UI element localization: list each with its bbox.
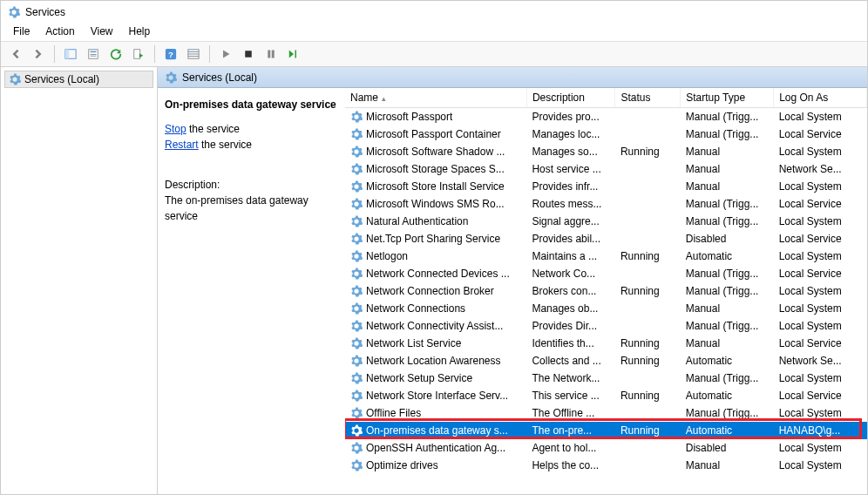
service-row[interactable]: Network Connected Devices ...Network Co.… — [345, 265, 867, 282]
service-row[interactable]: Natural AuthenticationSignal aggre...Man… — [345, 213, 867, 230]
toolbar: ? — [1, 41, 867, 67]
gear-icon — [350, 424, 363, 437]
service-row[interactable]: Network ConnectionsManages ob...ManualLo… — [345, 300, 867, 317]
col-description[interactable]: Description — [526, 88, 615, 108]
show-hide-tree-button[interactable] — [61, 44, 80, 64]
svg-rect-16 — [295, 51, 297, 58]
service-row[interactable]: Optimize drivesHelps the co...ManualLoca… — [345, 457, 867, 474]
restart-service-button[interactable] — [284, 44, 303, 64]
svg-text:?: ? — [168, 50, 173, 59]
arrow-right-icon — [32, 48, 44, 60]
menu-file[interactable]: File — [6, 24, 37, 41]
col-logon[interactable]: Log On As — [774, 88, 867, 108]
service-name: On-premises data gateway s... — [366, 424, 508, 437]
service-row[interactable]: Network List ServiceIdentifies th...Runn… — [345, 335, 867, 352]
gear-icon — [350, 233, 363, 245]
menu-help[interactable]: Help — [122, 24, 158, 41]
service-startup: Manual (Trigg... — [681, 108, 774, 125]
service-desc: Brokers con... — [526, 282, 615, 300]
gear-icon — [350, 285, 363, 297]
service-status — [615, 178, 681, 195]
col-name[interactable]: Name▴ — [345, 88, 526, 108]
stop-service-button[interactable] — [239, 44, 258, 64]
tree-item-services-local[interactable]: Services (Local) — [4, 71, 153, 88]
service-desc: Collects and ... — [526, 352, 615, 370]
service-row[interactable]: Network Setup ServiceThe Network...Manua… — [345, 370, 867, 387]
service-name: Offline Files — [366, 407, 421, 419]
service-startup: Manual (Trigg... — [681, 370, 774, 387]
service-row[interactable]: NetlogonMaintains a ...RunningAutomaticL… — [345, 248, 867, 265]
sort-asc-icon: ▴ — [382, 94, 386, 103]
service-status — [615, 125, 681, 143]
service-row[interactable]: Network Connection BrokerBrokers con...R… — [345, 282, 867, 300]
service-name: Microsoft Store Install Service — [366, 180, 505, 193]
service-row[interactable]: Offline FilesThe Offline ...Manual (Trig… — [345, 404, 867, 422]
service-status — [615, 370, 681, 387]
back-button[interactable] — [6, 44, 25, 64]
service-row[interactable]: Microsoft Software Shadow ...Manages so.… — [345, 143, 867, 160]
svg-rect-1 — [65, 50, 69, 59]
service-name: Network Connection Broker — [366, 285, 494, 297]
service-logon: Local System — [774, 178, 867, 195]
restart-service-link[interactable]: Restart — [165, 139, 199, 151]
services-list[interactable]: Name▴ Description Status Startup Type Lo… — [345, 88, 867, 494]
columns-button[interactable] — [184, 44, 203, 64]
description-label: Description: — [165, 177, 338, 193]
service-row[interactable]: Microsoft Windows SMS Ro...Routes mess..… — [345, 195, 867, 213]
gear-icon — [350, 215, 363, 227]
description-text: The on-premises data gateway service — [165, 193, 338, 224]
service-row[interactable]: Microsoft Passport ContainerManages loc.… — [345, 125, 867, 143]
forward-button[interactable] — [29, 44, 48, 64]
service-row[interactable]: On-premises data gateway s...The on-pre.… — [345, 422, 867, 439]
menu-view[interactable]: View — [84, 24, 120, 41]
service-row[interactable]: Network Location AwarenessCollects and .… — [345, 352, 867, 370]
service-row[interactable]: Microsoft Storage Spaces S...Host servic… — [345, 160, 867, 178]
service-startup: Manual (Trigg... — [681, 195, 774, 213]
service-name: Net.Tcp Port Sharing Service — [366, 233, 500, 245]
col-status[interactable]: Status — [615, 88, 681, 108]
menu-action[interactable]: Action — [38, 24, 81, 41]
help-button[interactable]: ? — [161, 44, 180, 64]
service-name: Network Connectivity Assist... — [366, 320, 503, 332]
service-row[interactable]: Microsoft PassportProvides pro...Manual … — [345, 108, 867, 125]
gear-icon — [350, 198, 363, 210]
service-name: Optimize drives — [366, 459, 438, 471]
export-button[interactable] — [129, 44, 148, 64]
col-startup[interactable]: Startup Type — [681, 88, 774, 108]
stop-service-link[interactable]: Stop — [165, 123, 186, 135]
service-row[interactable]: OpenSSH Authentication Ag...Agent to hol… — [345, 439, 867, 457]
service-desc: Network Co... — [526, 265, 615, 282]
service-name: Microsoft Windows SMS Ro... — [366, 198, 505, 210]
content-area: Services (Local) Services (Local) On-pre… — [1, 67, 867, 494]
service-startup: Automatic — [681, 387, 774, 404]
list-icon — [187, 48, 200, 60]
service-startup: Disabled — [681, 230, 774, 248]
service-startup: Manual (Trigg... — [681, 265, 774, 282]
play-icon — [220, 49, 231, 59]
start-service-button[interactable] — [216, 44, 235, 64]
service-logon: Local Service — [774, 195, 867, 213]
service-startup: Disabled — [681, 439, 774, 457]
refresh-button[interactable] — [106, 44, 125, 64]
service-row[interactable]: Network Connectivity Assist...Provides D… — [345, 317, 867, 335]
selected-service-title: On-premises data gateway service — [165, 97, 338, 112]
service-name: Microsoft Software Shadow ... — [366, 146, 505, 158]
service-logon: HANABQ\g... — [774, 422, 867, 439]
service-name: Network Setup Service — [366, 372, 472, 384]
pause-service-button[interactable] — [261, 44, 281, 64]
service-desc: Host service ... — [526, 160, 615, 178]
service-desc: The Offline ... — [526, 404, 615, 422]
stop-suffix: the service — [186, 123, 240, 135]
svg-rect-6 — [134, 50, 140, 59]
service-desc: Helps the co... — [526, 457, 615, 474]
service-row[interactable]: Net.Tcp Port Sharing ServiceProvides abi… — [345, 230, 867, 248]
service-row[interactable]: Microsoft Store Install ServiceProvides … — [345, 178, 867, 195]
service-status: Running — [615, 143, 681, 160]
service-status — [615, 108, 681, 125]
service-startup: Manual — [681, 160, 774, 178]
service-status — [615, 300, 681, 317]
properties-button[interactable] — [84, 44, 103, 64]
service-logon: Local System — [774, 248, 867, 265]
service-name: Network Location Awareness — [366, 355, 501, 367]
service-row[interactable]: Network Store Interface Serv...This serv… — [345, 387, 867, 404]
